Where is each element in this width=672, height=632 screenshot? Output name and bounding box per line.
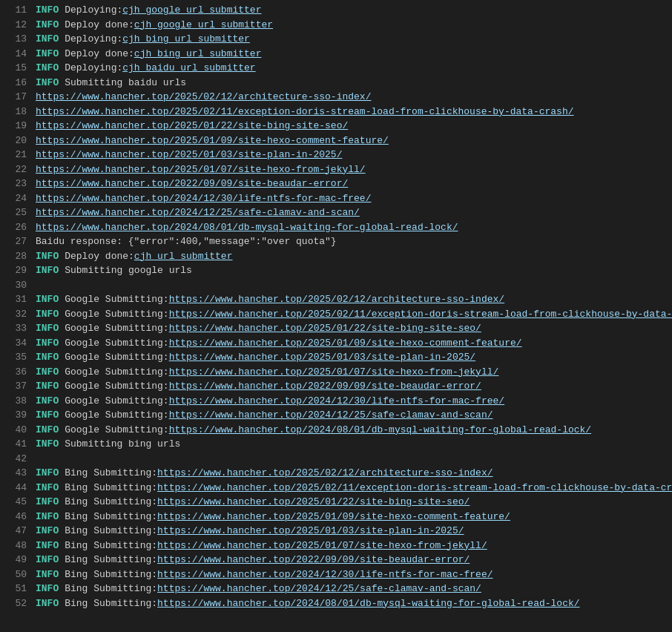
log-url-link[interactable]: https://www.hancher.top/2025/02/12/archi… bbox=[36, 90, 371, 105]
line-number: 35 bbox=[6, 350, 27, 365]
log-deploy-link[interactable]: cjh_bing_url_submitter bbox=[122, 32, 250, 47]
info-badge: INFO bbox=[36, 394, 59, 409]
log-url-link[interactable]: https://www.hancher.top/2025/01/09/site-… bbox=[36, 134, 389, 148]
log-line: 20https://www.hancher.top/2025/01/09/sit… bbox=[0, 134, 672, 148]
line-number: 39 bbox=[6, 408, 27, 423]
log-deploy-link[interactable]: https://www.hancher.top/2025/02/11/excep… bbox=[157, 481, 672, 496]
log-text-segment: Bing Submitting: bbox=[65, 481, 157, 496]
line-number: 13 bbox=[6, 32, 27, 47]
log-text-segment: Google Submitting: bbox=[65, 408, 168, 423]
log-deploy-link[interactable]: https://www.hancher.top/2025/02/11/excep… bbox=[169, 307, 672, 322]
log-deploy-link[interactable]: https://www.hancher.top/2024/08/01/db-my… bbox=[169, 423, 592, 438]
log-line: 27Baidu response: {"error":400,"message"… bbox=[0, 234, 672, 249]
info-badge: INFO bbox=[36, 466, 59, 481]
log-deploy-link[interactable]: cjh_google_url_submitter bbox=[122, 3, 261, 18]
log-url-link[interactable]: https://www.hancher.top/2025/01/07/site-… bbox=[36, 162, 366, 177]
line-number: 31 bbox=[6, 292, 27, 307]
line-number: 24 bbox=[6, 191, 27, 206]
log-deploy-link[interactable]: cjh_google_url_submitter bbox=[134, 18, 273, 33]
line-number: 36 bbox=[6, 365, 27, 380]
log-deploy-link[interactable]: https://www.hancher.top/2025/02/12/archi… bbox=[157, 466, 493, 481]
log-line: 13INFODeploying: cjh_bing_url_submitter bbox=[0, 32, 672, 47]
info-badge: INFO bbox=[36, 582, 59, 596]
info-badge: INFO bbox=[36, 47, 59, 62]
log-plain-text: Baidu response: {"error":400,"message":"… bbox=[36, 234, 337, 249]
log-line: 49INFOBing Submitting: https://www.hanch… bbox=[0, 553, 672, 567]
log-deploy-link[interactable]: https://www.hancher.top/2024/12/30/life-… bbox=[157, 567, 493, 582]
log-line: 15INFODeploying: cjh_baidu_url_submitter bbox=[0, 61, 672, 76]
log-deploy-link[interactable]: https://www.hancher.top/2025/01/03/site-… bbox=[169, 350, 475, 365]
log-line: 12INFODeploy done: cjh_google_url_submit… bbox=[0, 18, 672, 33]
log-deploy-link[interactable]: https://www.hancher.top/2022/09/09/site-… bbox=[157, 553, 470, 567]
log-line: 19https://www.hancher.top/2025/01/22/sit… bbox=[0, 119, 672, 134]
log-deploy-link[interactable]: https://www.hancher.top/2025/01/22/site-… bbox=[157, 495, 470, 510]
log-text-segment: Deploying: bbox=[65, 32, 122, 47]
log-url-link[interactable]: https://www.hancher.top/2024/12/25/safe-… bbox=[36, 205, 360, 220]
log-line: 44INFOBing Submitting: https://www.hanch… bbox=[0, 481, 672, 496]
info-badge: INFO bbox=[36, 263, 59, 278]
log-url-link[interactable]: https://www.hancher.top/2024/08/01/db-my… bbox=[36, 220, 458, 235]
log-deploy-link[interactable]: https://www.hancher.top/2025/02/12/archi… bbox=[169, 292, 504, 307]
log-text-segment: Deploy done: bbox=[65, 249, 134, 264]
log-line: 22https://www.hancher.top/2025/01/07/sit… bbox=[0, 162, 672, 177]
log-deploy-link[interactable]: https://www.hancher.top/2025/01/09/site-… bbox=[157, 510, 510, 524]
log-deploy-link[interactable]: https://www.hancher.top/2025/01/09/site-… bbox=[169, 336, 522, 351]
log-line: 50INFOBing Submitting: https://www.hanch… bbox=[0, 567, 672, 582]
log-url-link[interactable]: https://www.hancher.top/2025/01/22/site-… bbox=[36, 119, 348, 134]
log-container: 11INFODeploying: cjh_google_url_submitte… bbox=[0, 3, 672, 632]
log-text-segment: Bing Submitting: bbox=[65, 553, 157, 567]
log-deploy-link[interactable]: https://www.hancher.top/2022/09/09/site-… bbox=[169, 379, 481, 394]
log-line: 30 bbox=[0, 278, 672, 293]
log-deploy-link[interactable]: https://www.hancher.top/2025/01/22/site-… bbox=[169, 321, 481, 336]
log-line: 11INFODeploying: cjh_google_url_submitte… bbox=[0, 3, 672, 18]
line-number: 32 bbox=[6, 307, 27, 322]
line-number: 23 bbox=[6, 177, 27, 191]
log-deploy-link[interactable]: cjh_baidu_url_submitter bbox=[122, 61, 255, 76]
log-line: 42 bbox=[0, 452, 672, 467]
line-number: 41 bbox=[6, 437, 27, 452]
line-number: 43 bbox=[6, 466, 27, 481]
line-number: 34 bbox=[6, 336, 27, 351]
log-text-segment: Bing Submitting: bbox=[65, 539, 157, 553]
log-deploy-link[interactable]: cjh_bing_url_submitter bbox=[134, 47, 262, 62]
log-deploy-link[interactable]: https://www.hancher.top/2024/12/25/safe-… bbox=[169, 408, 493, 423]
info-badge: INFO bbox=[36, 3, 59, 18]
log-line: 46INFOBing Submitting: https://www.hanch… bbox=[0, 510, 672, 524]
line-number: 28 bbox=[6, 249, 27, 264]
log-line: 41INFOSubmitting bing urls bbox=[0, 437, 672, 452]
log-url-link[interactable]: https://www.hancher.top/2022/09/09/site-… bbox=[36, 177, 348, 191]
info-badge: INFO bbox=[36, 408, 59, 423]
line-number: 17 bbox=[6, 90, 27, 105]
log-line: 32INFOGoogle Submitting: https://www.han… bbox=[0, 307, 672, 322]
log-line: 31INFOGoogle Submitting: https://www.han… bbox=[0, 292, 672, 307]
line-number: 29 bbox=[6, 263, 27, 278]
log-url-link[interactable]: https://www.hancher.top/2024/12/30/life-… bbox=[36, 191, 371, 206]
log-deploy-link[interactable]: cjh_url_submitter bbox=[134, 249, 233, 264]
info-badge: INFO bbox=[36, 321, 59, 336]
info-badge: INFO bbox=[36, 336, 59, 351]
info-badge: INFO bbox=[36, 423, 59, 438]
line-number: 52 bbox=[6, 596, 27, 611]
line-number: 26 bbox=[6, 220, 27, 235]
log-line: 35INFOGoogle Submitting: https://www.han… bbox=[0, 350, 672, 365]
log-url-link[interactable]: https://www.hancher.top/2025/01/03/site-… bbox=[36, 148, 342, 162]
line-number: 19 bbox=[6, 119, 27, 134]
log-deploy-link[interactable]: https://www.hancher.top/2025/01/03/site-… bbox=[157, 524, 464, 539]
line-number: 27 bbox=[6, 234, 27, 249]
log-deploy-link[interactable]: https://www.hancher.top/2025/01/07/site-… bbox=[169, 365, 499, 380]
log-line: 51INFOBing Submitting: https://www.hanch… bbox=[0, 582, 672, 596]
info-badge: INFO bbox=[36, 510, 59, 524]
line-number: 25 bbox=[6, 205, 27, 220]
log-url-link[interactable]: https://www.hancher.top/2025/02/11/excep… bbox=[36, 105, 574, 119]
log-deploy-link[interactable]: https://www.hancher.top/2024/12/30/life-… bbox=[169, 394, 504, 409]
log-line: 43INFOBing Submitting: https://www.hanch… bbox=[0, 466, 672, 481]
info-badge: INFO bbox=[36, 379, 59, 394]
log-deploy-link[interactable]: https://www.hancher.top/2024/08/01/db-my… bbox=[157, 596, 580, 611]
info-badge: INFO bbox=[36, 567, 59, 582]
line-number: 47 bbox=[6, 524, 27, 539]
line-number: 18 bbox=[6, 105, 27, 119]
log-deploy-link[interactable]: https://www.hancher.top/2025/01/07/site-… bbox=[157, 539, 487, 553]
log-text-segment: Deploying: bbox=[65, 61, 122, 76]
log-deploy-link[interactable]: https://www.hancher.top/2024/12/25/safe-… bbox=[157, 582, 481, 596]
log-line: 24https://www.hancher.top/2024/12/30/lif… bbox=[0, 191, 672, 206]
